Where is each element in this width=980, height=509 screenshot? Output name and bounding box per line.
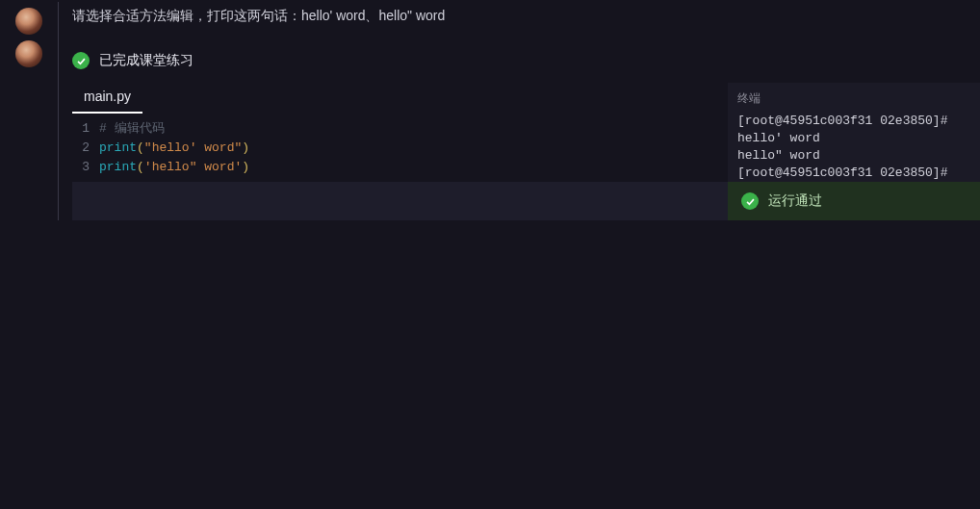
avatar [15,40,42,67]
editor-tabs: main.py [72,83,728,114]
avatar [15,8,42,35]
workspace: 已完成课堂练习 main.py 1 # 编辑代码 [58,35,980,220]
run-status-bar: 运行通过 [728,182,980,220]
file-tab-main[interactable]: main.py [72,83,142,114]
workspace-row: 已完成课堂练习 main.py 1 # 编辑代码 [0,35,980,509]
run-status-label: 运行通过 [768,192,822,210]
prompt-text: 请选择合适方法编辑，打印这两句话：hello' word、hello" word [58,2,445,35]
terminal-pane: 终端 [root@45951c003f31 02e3850]# hello' w… [728,83,980,220]
status-completed: 已完成课堂练习 [72,35,980,83]
code-line: 3 print('hello" word') [72,158,728,177]
terminal-output[interactable]: [root@45951c003f31 02e3850]# hello' word… [728,113,980,182]
editor-pane: main.py 1 # 编辑代码 2 print("hello' word") [72,83,728,220]
avatar-column [0,35,58,67]
check-circle-icon [72,52,90,69]
terminal-title: 终端 [728,83,980,113]
terminal-line: [root@45951c003f31 02e3850]# [737,114,947,128]
line-number: 3 [72,158,99,177]
prompt-row: 请选择合适方法编辑，打印这两句话：hello' word、hello" word [0,0,980,35]
line-number: 1 [72,119,99,139]
status-label: 已完成课堂练习 [99,52,193,69]
code-editor[interactable]: 1 # 编辑代码 2 print("hello' word") 3 print(… [72,114,728,182]
check-circle-icon [741,192,759,210]
avatar-column [0,2,58,35]
terminal-line: [root@45951c003f31 02e3850]# [737,165,947,180]
terminal-line: hello" word [737,148,820,163]
editor-footer [72,182,728,220]
code-line: 2 print("hello' word") [72,139,728,158]
line-number: 2 [72,139,99,158]
app-root: 请选择合适方法编辑，打印这两句话：hello' word、hello" word… [0,0,980,509]
terminal-line: hello' word [737,131,820,145]
code-line: 1 # 编辑代码 [72,119,728,139]
split-panes: main.py 1 # 编辑代码 2 print("hello' word") [72,83,980,220]
